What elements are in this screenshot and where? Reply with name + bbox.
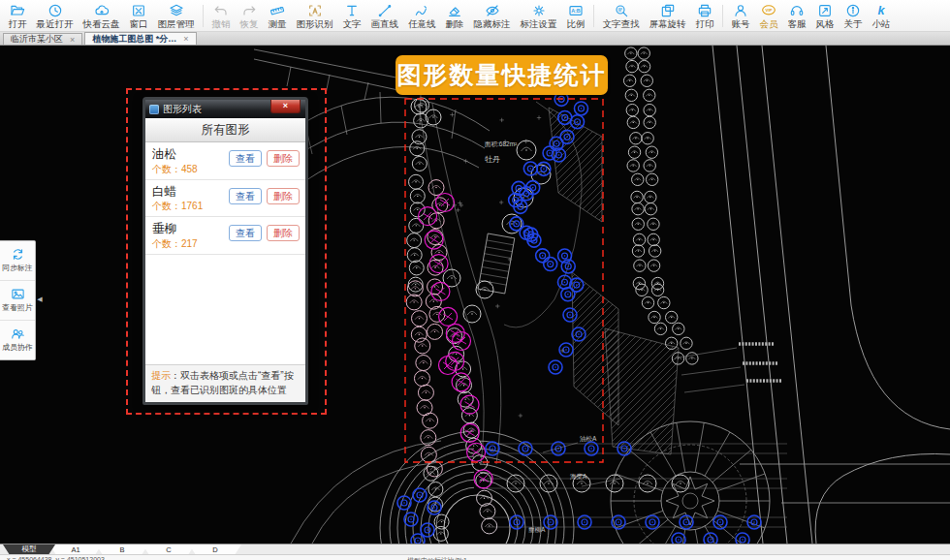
delete-button[interactable]: 删除 — [267, 188, 300, 204]
toolbar: 打开最近打开快看云盘窗口图层管理撤销恢复测量图形识别文字画直线任意线删除隐藏标注… — [0, 0, 950, 32]
graphics-list-dialog: 图形列表 × 所有图形 油松个数：458查看删除白蜡个数：1761查看删除垂柳个… — [142, 97, 308, 405]
toolbar-button-about[interactable]: 关于 — [839, 1, 867, 31]
toolbar-divider — [722, 5, 723, 27]
toolbar-button-label: 删除 — [446, 19, 464, 29]
toolbar-button-screen-rotate[interactable]: 屏幕旋转 — [645, 1, 690, 31]
side-panel-item-member-collab[interactable]: 成员协作 — [0, 321, 35, 359]
toolbar-button-label: 文字查找 — [603, 19, 640, 29]
graphics-list-row-0[interactable]: 油松个数：458查看删除 — [145, 142, 305, 180]
sheet-tab-模型[interactable]: 模型 — [3, 544, 55, 554]
k-logo-icon: k — [873, 3, 889, 18]
toolbar-button-label: 风格 — [816, 19, 835, 29]
toolbar-button-scale[interactable]: A:B比例 — [562, 1, 589, 31]
dialog-app-icon — [149, 105, 159, 114]
toolbar-button-account[interactable]: 账号 — [727, 1, 754, 31]
toolbar-button-print[interactable]: 打印 — [691, 1, 718, 31]
toolbar-button-label: 恢复 — [240, 19, 259, 29]
toolbar-button-label: 小站 — [872, 19, 891, 29]
view-button[interactable]: 查看 — [229, 225, 262, 241]
screen-rotate-icon — [660, 3, 676, 18]
toolbar-button-window[interactable]: 窗口 — [125, 1, 152, 31]
style-icon — [817, 3, 833, 18]
dialog-title: 图形列表 — [163, 103, 202, 116]
toolbar-button-cloud-disk[interactable]: 快看云盘 — [79, 1, 124, 31]
status-bar: x = 455064438, y = 4510512003 模型中的标注比例:1 — [0, 554, 950, 560]
cad-viewer-app: { "toolbar": { "items": [ {"id":"open","… — [0, 0, 950, 560]
toolbar-button-label: 隐藏标注 — [474, 19, 511, 29]
printer-icon — [697, 3, 712, 18]
annotation-scale-text: 模型中的标注比例:1 — [407, 556, 467, 560]
toolbar-button-text[interactable]: 文字 — [338, 1, 365, 31]
ratio-icon: A:B — [568, 3, 584, 18]
delete-button[interactable]: 删除 — [267, 225, 300, 241]
toolbar-button-shape-recognition[interactable]: 图形识别 — [292, 1, 337, 31]
side-panel-item-sync-annotation[interactable]: 同步标注 — [0, 241, 35, 281]
toolbar-button-label: 打印 — [696, 19, 714, 29]
toolbar-button-hide-annotation[interactable]: 隐藏标注 — [469, 1, 515, 31]
document-tab-label: 植物施工图总图 *分… — [92, 33, 176, 46]
toolbar-button-label: 比例 — [567, 19, 586, 29]
toolbar-button-label: 图形识别 — [297, 19, 333, 29]
toolbar-button-service[interactable]: 客服 — [783, 1, 810, 31]
sheet-tab-A1[interactable]: A1 — [49, 544, 102, 554]
person-icon — [733, 3, 748, 18]
sync-icon — [11, 247, 25, 262]
toolbar-button-freehand-line[interactable]: 任意线 — [404, 1, 441, 31]
svg-text:k: k — [877, 4, 885, 17]
dialog-titlebar[interactable]: 图形列表 × — [145, 100, 305, 118]
eraser-icon — [447, 3, 462, 18]
toolbar-button-style[interactable]: 风格 — [811, 1, 839, 31]
toolbar-button-annotation-settings[interactable]: 标注设置 — [516, 1, 561, 31]
toolbar-button-label: 账号 — [732, 19, 750, 29]
sheet-tab-D[interactable]: D — [189, 544, 241, 554]
row-actions: 查看删除 — [229, 150, 300, 167]
graphics-list-row-2[interactable]: 垂柳个数：217查看删除 — [145, 217, 305, 255]
document-tab-1[interactable]: 植物施工图总图 *分…× — [84, 32, 196, 45]
toolbar-button-delete[interactable]: 删除 — [441, 1, 468, 31]
toolbar-button-label: 撤销 — [212, 19, 231, 29]
graphics-list-row-1[interactable]: 白蜡个数：1761查看删除 — [145, 180, 305, 218]
toolbar-button-recent-open[interactable]: 最近打开 — [32, 1, 78, 31]
tab-close-icon[interactable]: × — [183, 34, 188, 44]
view-button[interactable]: 查看 — [229, 150, 262, 167]
document-tab-0[interactable]: 临沂市某小区× — [3, 33, 82, 45]
freehand-icon — [414, 3, 429, 18]
toolbar-button-open[interactable]: 打开 — [4, 1, 31, 31]
delete-button[interactable]: 删除 — [267, 150, 300, 167]
toolbar-button-measure[interactable]: 测量 — [264, 1, 291, 31]
ruler-icon — [269, 3, 285, 18]
vip-icon: VIP — [761, 3, 776, 18]
tab-close-icon[interactable]: × — [70, 35, 75, 45]
toolbar-button-vip[interactable]: VIP会员 — [755, 1, 782, 31]
side-panel-item-label: 查看照片 — [2, 302, 32, 313]
view-button[interactable]: 查看 — [229, 188, 262, 204]
toolbar-button-draw-line[interactable]: 画直线 — [366, 1, 403, 31]
toolbar-button-site[interactable]: k小站 — [868, 1, 895, 31]
side-panel-item-label: 同步标注 — [2, 263, 32, 273]
toolbar-button-text-search[interactable]: 文字查找 — [598, 1, 644, 31]
toolbar-divider — [203, 5, 204, 27]
dialog-close-button[interactable]: × — [270, 100, 301, 113]
photo-icon — [11, 287, 25, 301]
svg-text:VIP: VIP — [766, 8, 773, 13]
toolbar-button-layer-manager[interactable]: 图层管理 — [153, 1, 199, 31]
gear-icon — [531, 3, 547, 18]
layers-icon — [169, 3, 184, 18]
feature-banner: 图形数量快捷统计 — [396, 55, 608, 95]
side-panel-item-view-photos[interactable]: 查看照片 — [0, 281, 35, 321]
line-icon — [377, 3, 393, 18]
toolbar-button-label: 任意线 — [408, 19, 436, 29]
hide-annotation-icon — [485, 3, 500, 18]
toolbar-button-label: 标注设置 — [521, 19, 557, 29]
dialog-hint: 提示：双击表格项或点击“查看”按钮，查看已识别图斑的具体位置 — [145, 364, 305, 402]
shape-recognition-icon — [307, 3, 323, 18]
sheet-tab-B[interactable]: B — [96, 544, 148, 554]
sheet-tab-C[interactable]: C — [142, 544, 195, 554]
hint-prefix: 提示 — [151, 370, 171, 381]
headset-icon — [789, 3, 805, 18]
cloud-icon — [94, 3, 110, 18]
toolbar-button-label: 打开 — [9, 19, 27, 29]
svg-text:A:B: A:B — [571, 8, 581, 14]
side-panel-collapse-arrow[interactable]: ◀ — [36, 288, 44, 311]
cursor-coordinates: x = 455064438, y = 4510512003 — [7, 556, 105, 560]
